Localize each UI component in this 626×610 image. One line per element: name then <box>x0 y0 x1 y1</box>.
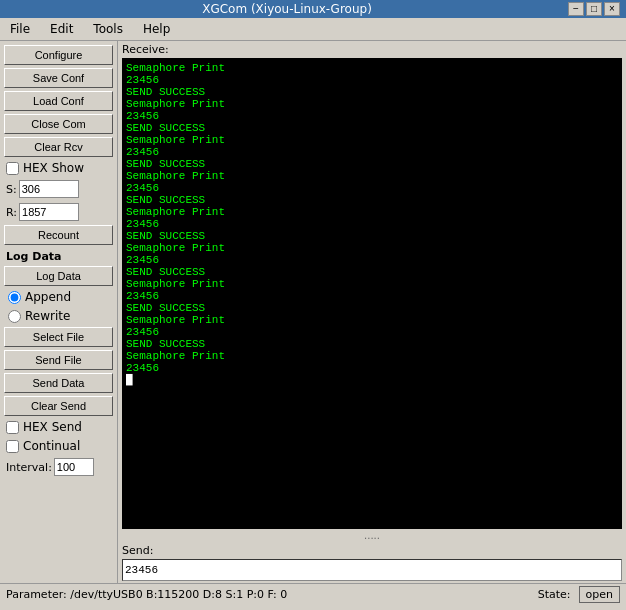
send-data-button[interactable]: Send Data <box>4 373 113 393</box>
send-label: Send: <box>122 544 622 557</box>
append-label: Append <box>25 290 71 304</box>
configure-button[interactable]: Configure <box>4 45 113 65</box>
continual-checkbox[interactable] <box>6 440 19 453</box>
r-label: R: <box>6 206 17 219</box>
interval-row: Interval: <box>4 457 113 477</box>
state-label: State: <box>538 588 571 601</box>
close-button[interactable]: × <box>604 2 620 16</box>
hex-send-row: HEX Send <box>4 419 113 435</box>
send-input[interactable] <box>122 559 622 581</box>
hex-send-checkbox[interactable] <box>6 421 19 434</box>
divider: ..... <box>118 529 626 542</box>
minimize-button[interactable]: − <box>568 2 584 16</box>
s-input[interactable] <box>19 180 79 198</box>
state-value: open <box>579 586 620 603</box>
r-input[interactable] <box>19 203 79 221</box>
s-label: S: <box>6 183 17 196</box>
append-row: Append <box>4 289 113 305</box>
left-panel: Configure Save Conf Load Conf Close Com … <box>0 41 118 583</box>
menu-file[interactable]: File <box>4 20 36 38</box>
menu-bar: File Edit Tools Help <box>0 18 626 41</box>
load-conf-button[interactable]: Load Conf <box>4 91 113 111</box>
save-conf-button[interactable]: Save Conf <box>4 68 113 88</box>
hex-show-row: HEX Show <box>4 160 113 176</box>
s-row: S: <box>4 179 113 199</box>
rewrite-label: Rewrite <box>25 309 70 323</box>
clear-send-button[interactable]: Clear Send <box>4 396 113 416</box>
menu-help[interactable]: Help <box>137 20 176 38</box>
rewrite-row: Rewrite <box>4 308 113 324</box>
send-file-button[interactable]: Send File <box>4 350 113 370</box>
receive-area[interactable]: Semaphore Print 23456 SEND SUCCESS Semap… <box>122 58 622 529</box>
rewrite-radio[interactable] <box>8 310 21 323</box>
continual-label: Continual <box>23 439 80 453</box>
close-com-button[interactable]: Close Com <box>4 114 113 134</box>
title-bar: XGCom (Xiyou-Linux-Group) − □ × <box>0 0 626 18</box>
hex-show-checkbox[interactable] <box>6 162 19 175</box>
status-bar: Parameter: /dev/ttyUSB0 B:115200 D:8 S:1… <box>0 583 626 605</box>
hex-send-label: HEX Send <box>23 420 82 434</box>
select-file-button[interactable]: Select File <box>4 327 113 347</box>
app-title: XGCom (Xiyou-Linux-Group) <box>6 2 568 16</box>
window-controls: − □ × <box>568 2 620 16</box>
right-panel: Receive: Semaphore Print 23456 SEND SUCC… <box>118 41 626 583</box>
status-right: State: open <box>538 586 620 603</box>
continual-row: Continual <box>4 438 113 454</box>
main-layout: Configure Save Conf Load Conf Close Com … <box>0 41 626 583</box>
parameter-text: Parameter: /dev/ttyUSB0 B:115200 D:8 S:1… <box>6 588 287 601</box>
menu-edit[interactable]: Edit <box>44 20 79 38</box>
recount-button[interactable]: Recount <box>4 225 113 245</box>
interval-label: Interval: <box>6 461 52 474</box>
hex-show-label: HEX Show <box>23 161 84 175</box>
interval-input[interactable] <box>54 458 94 476</box>
send-section: Send: <box>118 542 626 583</box>
r-row: R: <box>4 202 113 222</box>
menu-tools[interactable]: Tools <box>87 20 129 38</box>
maximize-button[interactable]: □ <box>586 2 602 16</box>
log-data-button[interactable]: Log Data <box>4 266 113 286</box>
append-radio[interactable] <box>8 291 21 304</box>
log-data-section: Log Data <box>4 248 113 263</box>
clear-rcv-button[interactable]: Clear Rcv <box>4 137 113 157</box>
receive-label: Receive: <box>118 41 626 58</box>
